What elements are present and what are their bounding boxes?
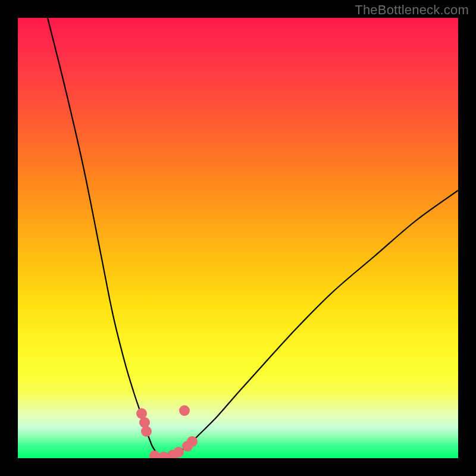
watermark: TheBottleneck.com [355,2,469,18]
gradient-background [18,18,458,458]
plot-area [18,18,458,458]
